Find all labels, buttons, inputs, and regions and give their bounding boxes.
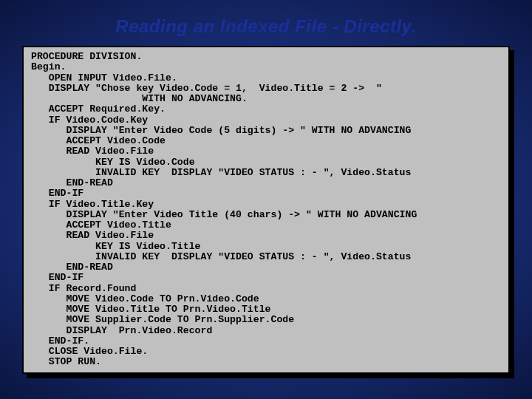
code-listing: PROCEDURE DIVISION. Begin. OPEN INPUT Vi… bbox=[31, 52, 501, 368]
code-panel-body: PROCEDURE DIVISION. Begin. OPEN INPUT Vi… bbox=[22, 46, 510, 374]
slide-title: Reading an Indexed File - Directly. bbox=[0, 0, 532, 46]
code-panel: PROCEDURE DIVISION. Begin. OPEN INPUT Vi… bbox=[22, 46, 510, 374]
